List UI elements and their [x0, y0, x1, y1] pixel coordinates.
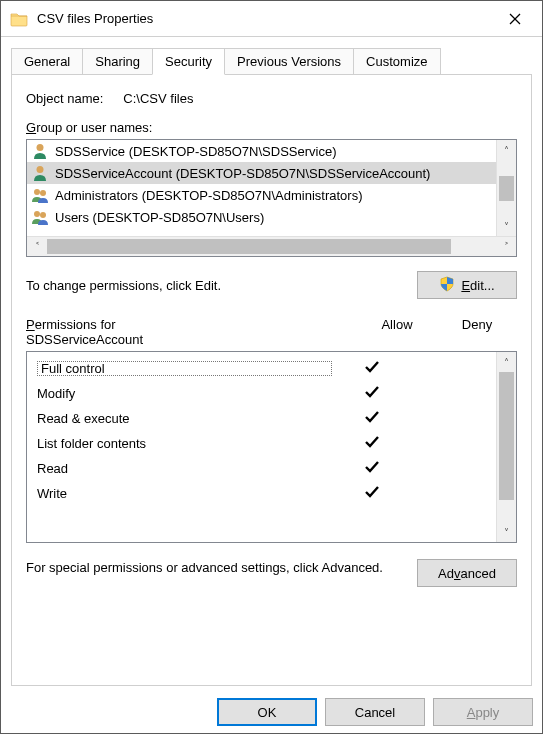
check-icon: [363, 459, 381, 475]
svg-point-6: [34, 211, 40, 217]
list-item[interactable]: SDSService (DESKTOP-SD85O7N\SDSService): [27, 140, 496, 162]
user-icon: [31, 142, 49, 160]
tab-previous-versions[interactable]: Previous Versions: [224, 48, 354, 75]
advanced-hint: For special permissions or advanced sett…: [26, 559, 397, 577]
tab-sharing[interactable]: Sharing: [82, 48, 153, 75]
check-icon: [363, 434, 381, 450]
permission-row: List folder contents: [29, 431, 494, 456]
list-item-text: Administrators (DESKTOP-SD85O7N\Administ…: [55, 188, 363, 203]
permission-name: Read: [37, 461, 332, 476]
ok-button[interactable]: OK: [217, 698, 317, 726]
scroll-up-arrow[interactable]: ˄: [497, 140, 516, 160]
allow-cell: [332, 409, 412, 428]
title-bar: CSV files Properties: [1, 1, 542, 37]
deny-column-header: Deny: [437, 317, 517, 347]
tab-strip: General Sharing Security Previous Versio…: [11, 47, 532, 74]
svg-point-2: [37, 144, 44, 151]
list-item[interactable]: Administrators (DESKTOP-SD85O7N\Administ…: [27, 184, 496, 206]
group-user-names-label: Group or user names:: [26, 120, 517, 135]
permission-row: Write: [29, 481, 494, 506]
close-button[interactable]: [492, 3, 538, 35]
check-icon: [363, 359, 381, 375]
scroll-thumb[interactable]: [499, 176, 514, 201]
tab-security[interactable]: Security: [152, 48, 225, 75]
group-list-hscroll[interactable]: ˂ ˃: [27, 236, 516, 256]
permission-row: Modify: [29, 381, 494, 406]
window-title: CSV files Properties: [37, 11, 492, 26]
group-icon: [31, 208, 49, 226]
advanced-button[interactable]: Advanced: [417, 559, 517, 587]
svg-point-7: [40, 212, 46, 218]
hscroll-thumb[interactable]: [47, 239, 451, 254]
tab-customize[interactable]: Customize: [353, 48, 440, 75]
list-item-text: SDSService (DESKTOP-SD85O7N\SDSService): [55, 144, 337, 159]
allow-cell: [332, 359, 412, 378]
svg-point-4: [34, 189, 40, 195]
list-item-text: Users (DESKTOP-SD85O7N\Users): [55, 210, 264, 225]
group-icon: [31, 186, 49, 204]
apply-button[interactable]: Apply: [433, 698, 533, 726]
permission-name: Read & execute: [37, 411, 332, 426]
permission-name: Modify: [37, 386, 332, 401]
allow-cell: [332, 459, 412, 478]
perm-scroll-thumb[interactable]: [499, 372, 514, 500]
cancel-button[interactable]: Cancel: [325, 698, 425, 726]
svg-point-5: [40, 190, 46, 196]
allow-cell: [332, 484, 412, 503]
check-icon: [363, 384, 381, 400]
permission-name: List folder contents: [37, 436, 332, 451]
svg-point-3: [37, 166, 44, 173]
object-name-label: Object name:: [26, 91, 103, 106]
permission-name: Full control: [37, 361, 332, 376]
check-icon: [363, 484, 381, 500]
object-name-value: C:\CSV files: [123, 91, 193, 106]
scroll-down-arrow[interactable]: ˅: [497, 216, 516, 236]
scroll-right-arrow[interactable]: ˃: [496, 237, 516, 256]
scroll-left-arrow[interactable]: ˂: [27, 237, 47, 256]
perm-scroll-down[interactable]: ˅: [497, 522, 516, 542]
edit-hint: To change permissions, click Edit.: [26, 278, 221, 293]
close-icon: [509, 13, 521, 25]
list-item[interactable]: Users (DESKTOP-SD85O7N\Users): [27, 206, 496, 228]
edit-button[interactable]: Edit...: [417, 271, 517, 299]
security-panel: Object name: C:\CSV files Group or user …: [11, 74, 532, 686]
group-user-list[interactable]: SDSService (DESKTOP-SD85O7N\SDSService)S…: [26, 139, 517, 257]
permission-row: Read & execute: [29, 406, 494, 431]
list-item-text: SDSServiceAccount (DESKTOP-SD85O7N\SDSSe…: [55, 166, 430, 181]
permission-name: Write: [37, 486, 332, 501]
list-item[interactable]: SDSServiceAccount (DESKTOP-SD85O7N\SDSSe…: [27, 162, 496, 184]
user-icon: [31, 164, 49, 182]
shield-icon: [439, 276, 455, 295]
allow-cell: [332, 434, 412, 453]
perm-scroll-up[interactable]: ˄: [497, 352, 516, 372]
check-icon: [363, 409, 381, 425]
allow-column-header: Allow: [357, 317, 437, 347]
permissions-for-label: Permissions for SDSServiceAccount: [26, 317, 357, 347]
permissions-list: Full controlModifyRead & executeList fol…: [26, 351, 517, 543]
tab-general[interactable]: General: [11, 48, 83, 75]
dialog-buttons: OK Cancel Apply: [217, 698, 533, 726]
group-list-vscroll[interactable]: ˄ ˅: [496, 140, 516, 236]
folder-icon: [9, 9, 29, 29]
permission-row: Read: [29, 456, 494, 481]
permissions-vscroll[interactable]: ˄ ˅: [496, 352, 516, 542]
allow-cell: [332, 384, 412, 403]
permission-row: Full control: [29, 356, 494, 381]
